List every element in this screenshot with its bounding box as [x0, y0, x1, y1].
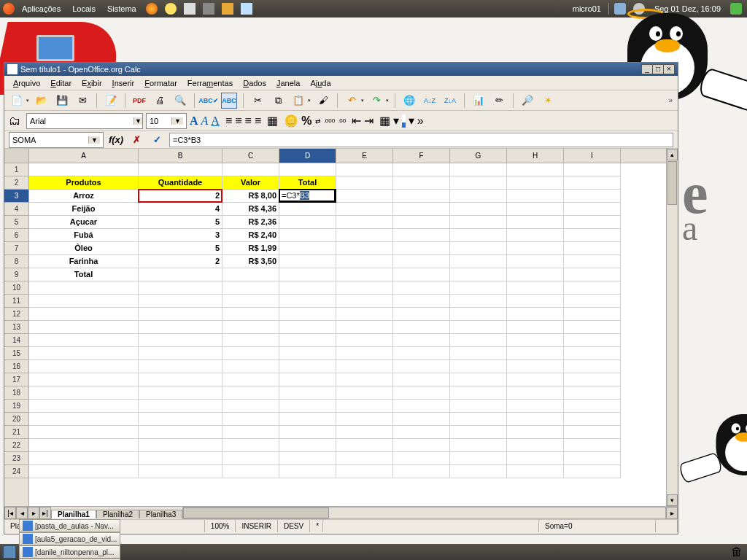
cell[interactable]: [564, 400, 621, 413]
name-box-input[interactable]: [9, 133, 88, 147]
row-header[interactable]: 5: [4, 216, 28, 229]
cell[interactable]: [139, 334, 222, 347]
cell[interactable]: [564, 295, 621, 308]
row-header[interactable]: 20: [4, 413, 28, 426]
cell[interactable]: [139, 465, 222, 478]
sheet-tab[interactable]: Planilha3: [139, 510, 182, 518]
cell[interactable]: R$ 3,50: [222, 255, 279, 268]
remove-decimal-icon[interactable]: .00: [338, 117, 346, 124]
horizontal-scrollbar[interactable]: [182, 507, 666, 519]
firefox-launcher-icon[interactable]: [146, 3, 158, 15]
status-sum[interactable]: Soma=0: [539, 520, 656, 532]
cell[interactable]: [450, 216, 507, 229]
cell[interactable]: [450, 242, 507, 255]
scroll-up-button[interactable]: ▴: [667, 149, 678, 160]
cell[interactable]: [139, 373, 222, 386]
chevron-down-icon[interactable]: ▼: [133, 117, 142, 125]
cell[interactable]: [450, 163, 507, 176]
row-header[interactable]: 16: [4, 360, 28, 373]
cell[interactable]: [450, 360, 507, 373]
cell[interactable]: [564, 176, 621, 190]
cell[interactable]: [507, 242, 564, 255]
chevron-down-icon[interactable]: ▼: [171, 117, 183, 125]
cell-grid[interactable]: ProdutosQuantidadeValorTotalArroz2R$ 8,0…: [29, 163, 666, 478]
cell[interactable]: [393, 400, 450, 413]
cell[interactable]: [279, 281, 336, 295]
show-draw-icon[interactable]: ✏: [491, 93, 507, 109]
row-header[interactable]: 1: [4, 163, 28, 176]
cell[interactable]: [29, 413, 139, 426]
cell[interactable]: [393, 163, 450, 176]
cell[interactable]: [564, 281, 621, 295]
cell[interactable]: [279, 242, 336, 255]
bold-icon[interactable]: A: [190, 114, 198, 128]
italic-icon[interactable]: A: [201, 114, 209, 128]
scroll-thumb[interactable]: [667, 161, 677, 205]
decrease-indent-icon[interactable]: ⇤: [352, 114, 361, 128]
redo-icon[interactable]: ↷: [368, 93, 384, 109]
cell[interactable]: [450, 426, 507, 439]
cell[interactable]: 2: [139, 255, 222, 268]
cell[interactable]: [507, 268, 564, 281]
cell[interactable]: R$ 4,36: [222, 203, 279, 216]
increase-indent-icon[interactable]: ⇥: [364, 114, 374, 128]
cell[interactable]: [279, 255, 336, 268]
cell[interactable]: [29, 452, 139, 465]
cell[interactable]: [139, 439, 222, 452]
cell[interactable]: [139, 452, 222, 465]
panel-menu-system[interactable]: Sistema: [103, 4, 141, 13]
new-doc-icon[interactable]: 📄: [9, 93, 25, 109]
cell[interactable]: [336, 163, 393, 176]
row-header[interactable]: 21: [4, 426, 28, 439]
cell[interactable]: [450, 203, 507, 216]
cell[interactable]: [564, 242, 621, 255]
cell[interactable]: [450, 229, 507, 242]
column-header[interactable]: A: [29, 149, 139, 163]
cell[interactable]: [336, 255, 393, 268]
trash-icon[interactable]: 🗑: [731, 545, 744, 559]
cell[interactable]: [564, 321, 621, 334]
cell[interactable]: [450, 334, 507, 347]
cell[interactable]: [279, 400, 336, 413]
toolbar-overflow[interactable]: »: [668, 96, 673, 104]
cell[interactable]: [29, 360, 139, 373]
taskbar-task[interactable]: [danile_niltonpenna_pl...: [19, 545, 120, 559]
cell[interactable]: [139, 163, 222, 176]
cell[interactable]: [139, 321, 222, 334]
cell[interactable]: [336, 386, 393, 400]
cell[interactable]: [450, 255, 507, 268]
cell[interactable]: [222, 413, 279, 426]
cell[interactable]: [393, 373, 450, 386]
cell[interactable]: [564, 439, 621, 452]
cell[interactable]: [564, 255, 621, 268]
cell[interactable]: [336, 373, 393, 386]
edit-doc-icon[interactable]: 📝: [103, 93, 119, 109]
cell[interactable]: [450, 347, 507, 360]
cell[interactable]: [393, 386, 450, 400]
cell[interactable]: [222, 163, 279, 176]
titlebar[interactable]: Sem título1 - OpenOffice.org Calc _ □ ×: [4, 63, 678, 76]
menu-item[interactable]: Formatar: [140, 78, 182, 88]
cell[interactable]: Total: [279, 176, 336, 190]
status-zoom[interactable]: 100%: [205, 520, 236, 532]
menu-item[interactable]: Janela: [272, 78, 304, 88]
cell[interactable]: [564, 308, 621, 321]
bg-color-icon[interactable]: [402, 114, 405, 128]
cell[interactable]: [564, 229, 621, 242]
spellcheck-icon[interactable]: ABC✔: [201, 93, 217, 109]
cell[interactable]: [279, 426, 336, 439]
menu-item[interactable]: Arquivo: [9, 78, 44, 88]
panel-menu-applications[interactable]: Aplicações: [18, 4, 65, 13]
cell[interactable]: [139, 268, 222, 281]
cell[interactable]: [564, 334, 621, 347]
open-icon[interactable]: 📂: [34, 93, 50, 109]
cell[interactable]: [222, 347, 279, 360]
cell[interactable]: Açucar: [29, 216, 139, 229]
cell[interactable]: [393, 281, 450, 295]
cell[interactable]: [507, 281, 564, 295]
copy-icon[interactable]: ⧉: [270, 93, 286, 109]
cell[interactable]: [336, 176, 393, 190]
column-header[interactable]: D: [279, 149, 336, 163]
row-header[interactable]: 10: [4, 281, 28, 295]
cell[interactable]: [507, 295, 564, 308]
